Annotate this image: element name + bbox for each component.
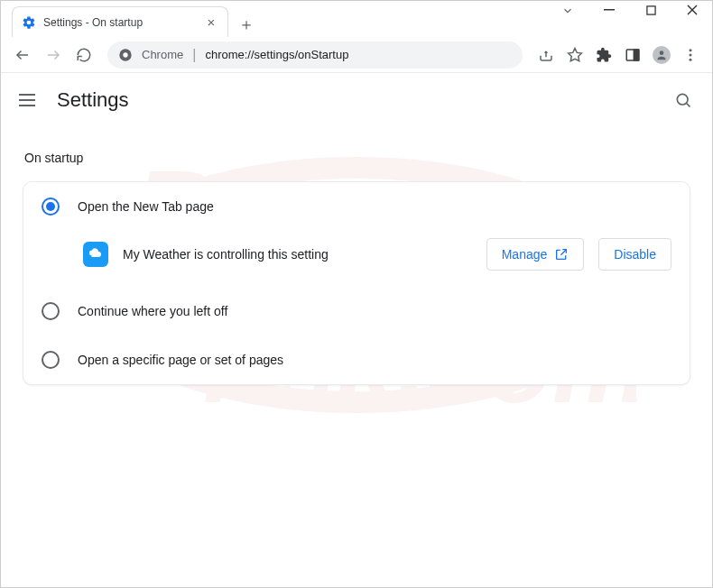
option-continue[interactable]: Continue where you left off bbox=[23, 287, 690, 335]
disable-button[interactable]: Disable bbox=[598, 238, 671, 271]
svg-point-18 bbox=[690, 53, 692, 56]
svg-marker-12 bbox=[569, 48, 582, 60]
page-title: Settings bbox=[57, 88, 129, 112]
settings-header: Settings bbox=[1, 73, 712, 127]
svg-point-16 bbox=[660, 51, 664, 55]
extension-app-icon bbox=[83, 242, 108, 267]
close-icon[interactable] bbox=[680, 5, 705, 20]
svg-point-17 bbox=[690, 49, 692, 51]
forward-button bbox=[41, 42, 66, 68]
extension-notice-text: My Weather is controlling this setting bbox=[123, 247, 472, 262]
chevron-down-icon[interactable] bbox=[555, 5, 580, 20]
manage-button-label: Manage bbox=[502, 247, 548, 262]
svg-point-19 bbox=[690, 58, 692, 60]
radio-unselected-icon[interactable] bbox=[42, 302, 60, 320]
option-label: Continue where you left off bbox=[78, 304, 227, 318]
back-button[interactable] bbox=[10, 42, 35, 68]
extension-notice-row: My Weather is controlling this setting M… bbox=[23, 231, 690, 287]
svg-rect-4 bbox=[646, 6, 654, 14]
sidepanel-icon[interactable] bbox=[620, 42, 645, 68]
url-separator: | bbox=[192, 47, 196, 63]
url-scheme-label: Chrome bbox=[142, 48, 183, 61]
window-controls bbox=[555, 5, 705, 20]
svg-point-20 bbox=[677, 94, 688, 105]
titlebar: Settings - On startup × ＋ bbox=[1, 1, 712, 37]
address-bar[interactable]: Chrome | chrome://settings/onStartup bbox=[107, 41, 523, 69]
profile-avatar[interactable] bbox=[649, 42, 674, 68]
settings-gear-icon bbox=[22, 15, 36, 30]
option-specific-pages[interactable]: Open a specific page or set of pages bbox=[23, 335, 690, 384]
search-icon[interactable] bbox=[672, 89, 694, 111]
startup-options-card: Open the New Tab page My Weather is cont… bbox=[23, 181, 690, 385]
svg-rect-3 bbox=[604, 9, 615, 11]
content-area: On startup Open the New Tab page My Weat… bbox=[1, 127, 712, 392]
radio-selected-icon[interactable] bbox=[42, 198, 60, 216]
svg-line-21 bbox=[687, 104, 690, 107]
share-icon[interactable] bbox=[533, 42, 559, 68]
radio-unselected-icon[interactable] bbox=[42, 351, 60, 369]
kebab-menu-icon[interactable] bbox=[678, 42, 703, 68]
tab-close-icon[interactable]: × bbox=[204, 15, 218, 30]
extensions-puzzle-icon[interactable] bbox=[591, 42, 616, 68]
section-title: On startup bbox=[24, 151, 690, 165]
chrome-icon bbox=[118, 48, 133, 62]
minimize-icon[interactable] bbox=[597, 5, 622, 20]
svg-rect-15 bbox=[634, 50, 639, 60]
manage-button[interactable]: Manage bbox=[486, 238, 585, 271]
maximize-icon[interactable] bbox=[638, 5, 663, 20]
option-label: Open the New Tab page bbox=[78, 199, 214, 214]
bookmark-star-icon[interactable] bbox=[562, 42, 588, 68]
option-label: Open a specific page or set of pages bbox=[78, 353, 283, 367]
new-tab-button[interactable]: ＋ bbox=[234, 12, 259, 37]
tab-title: Settings - On startup bbox=[43, 16, 197, 29]
toolbar: Chrome | chrome://settings/onStartup bbox=[1, 37, 712, 73]
svg-line-22 bbox=[561, 250, 567, 255]
svg-point-10 bbox=[123, 52, 127, 57]
url-text: chrome://settings/onStartup bbox=[205, 48, 348, 61]
disable-button-label: Disable bbox=[614, 247, 656, 262]
browser-tab[interactable]: Settings - On startup × bbox=[12, 6, 228, 37]
hamburger-menu-icon[interactable] bbox=[19, 89, 41, 111]
option-new-tab[interactable]: Open the New Tab page bbox=[23, 182, 690, 231]
open-external-icon bbox=[554, 247, 569, 262]
reload-button[interactable] bbox=[71, 42, 97, 68]
